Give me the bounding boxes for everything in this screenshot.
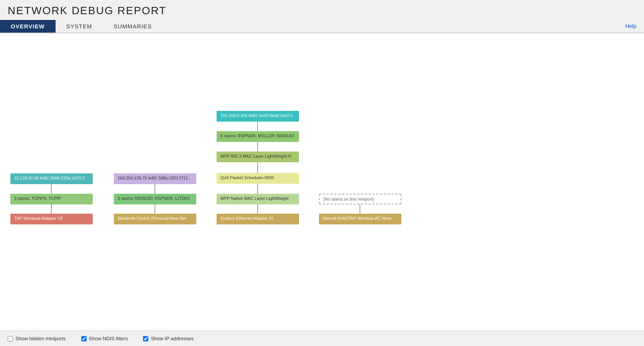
eth-adapter-node[interactable]: Surface Ethernet Adapter #2 <box>217 214 299 224</box>
show-hidden-label: Show hidden miniports <box>15 336 66 341</box>
tap-ip-node[interactable]: 10.129.92.66 fe80::9d9b:523e:2d70:2 <box>10 173 93 184</box>
eth-qos-node[interactable]: QoS Packet Scheduler-0000 <box>217 173 299 184</box>
network-diagram: 10.129.92.66 fe80::9d9b:523e:2d70:2 2 op… <box>8 45 636 267</box>
nav-item-summaries[interactable]: Summaries <box>103 20 163 33</box>
app-header: Network Debug Report <box>0 0 644 20</box>
eth-ip-node[interactable]: 192.168.0.106 fe80::4cd9:8ea8:2bc0:e <box>217 111 299 122</box>
show-ndis-checkbox[interactable] <box>81 336 87 341</box>
show-ndis-label: Show NDIS filters <box>89 336 128 341</box>
app-title: Network Debug Report <box>8 5 636 17</box>
eth-wfp-node[interactable]: WFP 802.3 MAC Layer LightWeight Fi <box>217 152 299 162</box>
show-hidden-checkbox-label[interactable]: Show hidden miniports <box>8 336 66 341</box>
show-ip-label: Show IP addresses <box>151 336 194 341</box>
main-content: 10.129.92.66 fe80::9d9b:523e:2d70:2 2 op… <box>0 33 644 331</box>
show-ndis-checkbox-label[interactable]: Show NDIS filters <box>81 336 128 341</box>
show-ip-checkbox-label[interactable]: Show IP addresses <box>143 336 194 341</box>
nav-item-overview[interactable]: Overview <box>0 20 56 33</box>
eth-wfp2-node[interactable]: WFP Native MAC Layer LightWeight <box>217 194 299 204</box>
nav-item-system[interactable]: System <box>56 20 103 33</box>
tap-opens-node[interactable]: 2 opens: TCPIP6, TCPIP <box>10 194 93 204</box>
bt-opens-node[interactable]: 5 opens: NDISUIO, RSPNDR, LLTDIO, <box>114 194 196 204</box>
bt-ip-node[interactable]: 169.254.139.79 fe80::588c:1851:f711: <box>114 173 196 184</box>
bt-adapter-node[interactable]: Bluetooth Device (Personal Area Net <box>114 214 196 224</box>
eth-opens-node[interactable]: 6 opens: RSPNDR, MSLLDP, NDISUIO <box>217 131 299 142</box>
nav-bar: Overview System Summaries Help <box>0 20 644 33</box>
tap-adapter-node[interactable]: TAP-Windows Adapter V9 <box>10 214 93 224</box>
marvell-no-opens-node[interactable]: [No opens on this miniport] <box>319 194 401 204</box>
show-hidden-checkbox[interactable] <box>8 336 13 341</box>
footer-bar: Show hidden miniports Show NDIS filters … <box>0 331 644 346</box>
connector-lines <box>8 45 636 267</box>
marvell-adapter-node[interactable]: Marvell AVASTAR Wireless-AC Netw <box>319 214 401 224</box>
show-ip-checkbox[interactable] <box>143 336 148 341</box>
help-link[interactable]: Help <box>625 23 636 29</box>
